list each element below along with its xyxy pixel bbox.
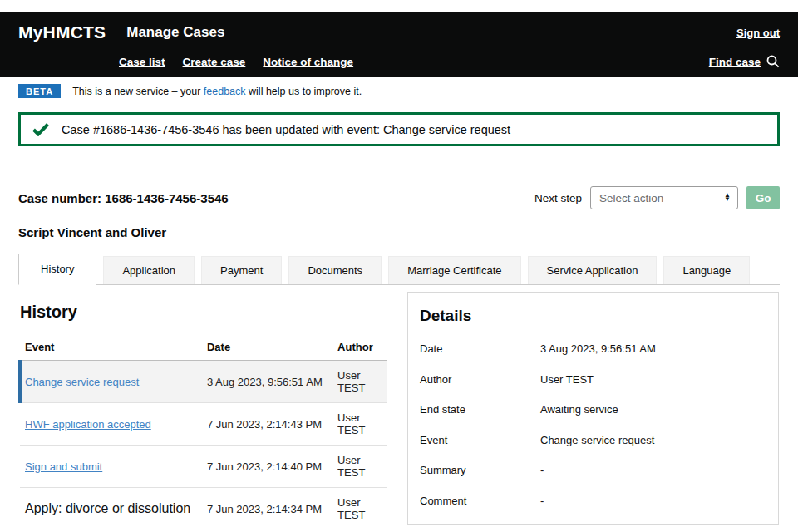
event-date: 7 Jun 2023, 2:14:34 PM [202,488,332,530]
details-row: End state Awaiting service [420,403,766,416]
check-icon [32,123,49,136]
find-case-link[interactable]: Find case [709,56,761,68]
tab-application[interactable]: Application [103,256,195,284]
details-value: 3 Aug 2023, 9:56:51 AM [540,342,656,355]
case-number-heading: Case number: 1686-1436-7456-3546 [18,191,229,205]
phase-text-before: This is a new service – your [72,86,204,97]
event-link[interactable]: HWF application accepted [25,418,151,431]
details-value: Awaiting service [540,403,618,416]
tab-language[interactable]: Language [663,256,750,284]
event-author: User TEST [332,403,387,446]
details-row: Author User TEST [420,373,766,386]
details-value: User TEST [540,373,594,386]
details-label: Event [420,434,540,446]
table-row: HWF application accepted 7 Jun 2023, 2:1… [20,403,387,446]
column-header-date: Date [202,333,332,361]
details-value: - [540,464,544,476]
event-date: 3 Aug 2023, 9:56:51 AM [202,361,332,403]
details-value: - [540,495,544,507]
details-title: Details [420,307,766,325]
phase-banner: BETA This is a new service – your feedba… [0,77,798,106]
search-icon[interactable] [766,55,780,68]
details-label: End state [420,403,540,416]
details-row: Date 3 Aug 2023, 9:56:51 AM [420,342,766,355]
details-label: Summary [420,464,540,476]
history-title: History [20,303,394,322]
sign-out-link[interactable]: Sign out [736,27,780,39]
event-date: 7 Jun 2023, 2:14:43 PM [202,403,332,446]
event-author: User TEST [332,446,387,488]
phase-text-after: will help us to improve it. [246,86,362,97]
tab-marriage-certificate[interactable]: Marriage Certificate [388,256,520,284]
beta-badge: BETA [18,84,61,98]
phase-banner-text: This is a new service – your feedback wi… [72,86,362,97]
next-step-select[interactable]: Select action ▲▼ [590,186,738,209]
details-row: Event Change service request [420,434,766,446]
brand-logo: MyHMCTS [18,22,106,42]
tab-payment[interactable]: Payment [201,256,282,284]
next-step-group: Next step Select action ▲▼ Go [534,186,780,209]
event-date: 7 Jun 2023, 2:14:40 PM [202,446,332,488]
column-header-author: Author [332,333,387,361]
table-row: Change service request 3 Aug 2023, 9:56:… [20,361,387,403]
tab-documents[interactable]: Documents [288,256,382,284]
alert-message: Case #1686-1436-7456-3546 has been updat… [62,123,510,136]
success-alert: Case #1686-1436-7456-3546 has been updat… [18,112,780,146]
main-nav: Case list Create case Notice of change [119,56,353,68]
table-row: Sign and submit 7 Jun 2023, 2:14:40 PM U… [20,446,387,488]
next-step-label: Next step [534,192,582,204]
history-table: Event Date Author Change service request… [18,333,387,530]
details-row: Comment - [420,495,766,507]
nav-create-case[interactable]: Create case [183,56,246,68]
nav-notice-of-change[interactable]: Notice of change [263,56,353,68]
case-name-heading: Script Vincent and Oliver [18,225,780,239]
next-step-select-value: Select action [599,192,663,204]
nav-case-list[interactable]: Case list [119,56,165,68]
event-link[interactable]: Change service request [25,376,139,388]
tab-history[interactable]: History [18,254,96,285]
event-author: User TEST [332,361,387,403]
details-label: Date [420,342,540,355]
feedback-link[interactable]: feedback [204,86,246,97]
details-panel: Details Date 3 Aug 2023, 9:56:51 AM Auth… [407,292,779,525]
details-row: Summary - [420,464,766,476]
event-link[interactable]: Sign and submit [25,461,102,473]
case-tabs: History Application Payment Documents Ma… [18,254,780,285]
details-label: Author [420,373,540,386]
select-spinner-icon: ▲▼ [724,194,731,202]
app-title: Manage Cases [126,24,224,41]
table-row: Apply: divorce or dissolution 7 Jun 2023… [20,488,387,530]
event-author: User TEST [332,488,387,530]
details-value: Change service request [540,434,654,446]
go-button[interactable]: Go [746,186,780,209]
details-label: Comment [420,495,540,507]
column-header-event: Event [20,333,202,361]
tab-service-application[interactable]: Service Application [528,256,658,284]
event-text: Apply: divorce or dissolution [25,501,190,515]
app-header: MyHMCTS Manage Cases Sign out Case list … [0,12,798,77]
